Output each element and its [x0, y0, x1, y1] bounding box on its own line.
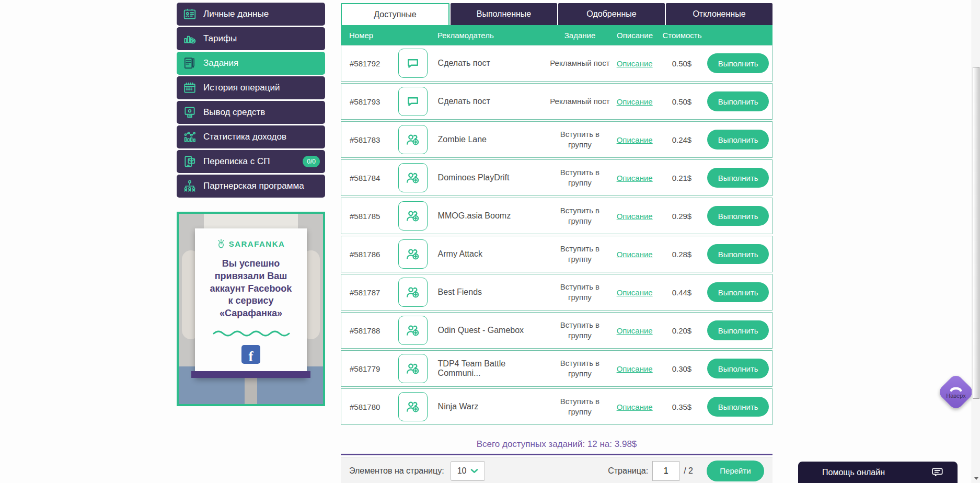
page-total: / 2: [684, 466, 693, 476]
sidebar-item-income-stats[interactable]: Статистика доходов: [177, 125, 325, 148]
tab-approved[interactable]: Одобренные: [558, 3, 665, 25]
table-row: #581792 Сделать пост Рекламный пост Опис…: [341, 45, 773, 82]
back-to-top-button[interactable]: Наверх: [937, 373, 975, 411]
back-to-top-label: Наверх: [946, 393, 965, 399]
chat-bubble-icon: [398, 87, 428, 116]
page-number-input[interactable]: [652, 461, 679, 481]
execute-button[interactable]: Выполнить: [707, 282, 769, 302]
group-add-icon: [398, 163, 428, 192]
pagination-bar: Элементов на страницу: 10 Страница: / 2 …: [341, 457, 773, 483]
withdraw-money-icon: [182, 105, 198, 120]
execute-button[interactable]: Выполнить: [707, 206, 769, 226]
page-label: Страница:: [608, 466, 648, 476]
task-id: #581783: [341, 135, 388, 144]
sidebar-item-tasks[interactable]: Задания: [177, 52, 325, 75]
group-add-icon: [398, 239, 428, 269]
sidebar-menu: Личные данные Тарифы Задания История опе…: [177, 3, 325, 199]
items-per-page-select[interactable]: 10: [451, 461, 485, 481]
tab-label: Выполненные: [477, 9, 532, 19]
description-link[interactable]: Описание: [617, 135, 653, 144]
banner-poster: SARAFANKA Вы успешно привязали Ваш аккау…: [195, 228, 307, 378]
tab-completed[interactable]: Выполненные: [451, 3, 557, 25]
task-price: 0.35$: [660, 402, 705, 411]
task-type: Вступить в группу: [550, 282, 610, 303]
sidebar-item-label: Тарифы: [203, 33, 237, 44]
execute-button[interactable]: Выполнить: [707, 53, 769, 73]
chevron-up-icon: [949, 386, 963, 392]
group-add-icon: [398, 316, 428, 345]
description-link[interactable]: Описание: [617, 97, 653, 106]
execute-button[interactable]: Выполнить: [707, 244, 769, 264]
tab-rejected[interactable]: Отклоненные: [666, 3, 773, 25]
scrollbar-thumb[interactable]: [973, 67, 979, 399]
execute-button[interactable]: Выполнить: [707, 168, 769, 188]
group-add-icon: [398, 201, 428, 231]
advertiser-name: Odin Quest - Gamebox: [438, 326, 550, 335]
task-id: #581788: [341, 326, 388, 335]
table-row: #581780 Ninja Warz Вступить в группу Опи…: [341, 388, 773, 425]
description-link[interactable]: Описание: [617, 364, 653, 373]
sidebar-item-partner-program[interactable]: Партнерская программа: [177, 175, 325, 198]
task-type: Вступить в группу: [550, 205, 610, 227]
wavy-underline: [212, 329, 290, 338]
sidebar-item-withdraw[interactable]: Вывод средств: [177, 101, 325, 124]
execute-button[interactable]: Выполнить: [707, 359, 769, 378]
sidebar-item-personal-data[interactable]: Личные данные: [177, 3, 325, 26]
advertiser-name: Сделать пост: [438, 97, 550, 106]
id-card-icon: [182, 6, 198, 22]
sidebar-item-label: Партнерская программа: [203, 181, 304, 191]
page-scrollbar[interactable]: [972, 0, 980, 483]
items-per-page-value: 10: [457, 466, 467, 476]
task-price: 0.50$: [660, 59, 705, 68]
task-id: #581785: [341, 212, 388, 221]
advertiser-name: TDP4 Team Battle Communi...: [438, 359, 550, 378]
advertiser-name: Best Fiends: [438, 288, 550, 297]
tariffs-chart-icon: [182, 31, 198, 47]
sidebar-item-label: Вывод средств: [203, 107, 265, 118]
facebook-letter: f: [249, 350, 253, 364]
messages-count-badge: 0/0: [303, 156, 320, 167]
scrollbar-down-arrow[interactable]: [974, 477, 978, 480]
group-add-icon: [398, 392, 428, 421]
tab-label: Отклоненные: [693, 9, 745, 19]
description-link[interactable]: Описание: [617, 174, 653, 182]
description-link[interactable]: Описание: [617, 250, 653, 259]
tasks-table: #581792 Сделать пост Рекламный пост Опис…: [341, 45, 773, 427]
description-link[interactable]: Описание: [617, 212, 653, 221]
advertiser-name: MMOG.asia Boomz: [438, 211, 550, 221]
go-to-page-button[interactable]: Перейти: [707, 461, 764, 481]
banner-message-line: «Сарафанка»: [210, 307, 292, 320]
mouse-icon: [217, 239, 226, 248]
task-type: Вступить в группу: [550, 358, 610, 380]
description-link[interactable]: Описание: [617, 288, 653, 297]
execute-button[interactable]: Выполнить: [707, 91, 769, 111]
task-id: #581793: [341, 97, 388, 106]
logo-text: SARAFANKA: [229, 239, 285, 248]
sidebar-item-history[interactable]: История операций: [177, 76, 325, 99]
execute-button[interactable]: Выполнить: [707, 130, 769, 150]
sidebar-item-messages[interactable]: Переписка с СП 0/0: [177, 150, 325, 173]
chevron-down-icon: [470, 468, 478, 474]
header-price: Стоимость: [660, 31, 705, 40]
table-row: #581786 Army Attack Вступить в группу Оп…: [341, 236, 773, 272]
online-help-label: Помощь онлайн: [822, 468, 885, 477]
tab-available[interactable]: Доступные: [341, 3, 449, 25]
task-price: 0.20$: [660, 326, 705, 335]
task-price: 0.44$: [660, 288, 705, 297]
table-row: #581783 Zombie Lane Вступить в группу Оп…: [341, 121, 773, 158]
sidebar-item-label: Личные данные: [203, 9, 269, 19]
sidebar-item-tariffs[interactable]: Тарифы: [177, 27, 325, 50]
description-link[interactable]: Описание: [617, 402, 653, 411]
calendar-icon: [182, 80, 198, 96]
task-price: 0.24$: [660, 135, 705, 144]
task-id: #581780: [341, 402, 388, 411]
table-row: #581788 Odin Quest - Gamebox Вступить в …: [341, 312, 773, 349]
execute-button[interactable]: Выполнить: [707, 320, 769, 340]
income-stats-icon: [182, 129, 198, 145]
online-help-bar[interactable]: Помощь онлайн: [798, 462, 958, 483]
description-link[interactable]: Описание: [617, 59, 653, 68]
task-price: 0.30$: [660, 364, 705, 373]
banner-message-line: привязали Ваш: [210, 270, 292, 283]
description-link[interactable]: Описание: [617, 326, 653, 335]
execute-button[interactable]: Выполнить: [707, 397, 769, 417]
